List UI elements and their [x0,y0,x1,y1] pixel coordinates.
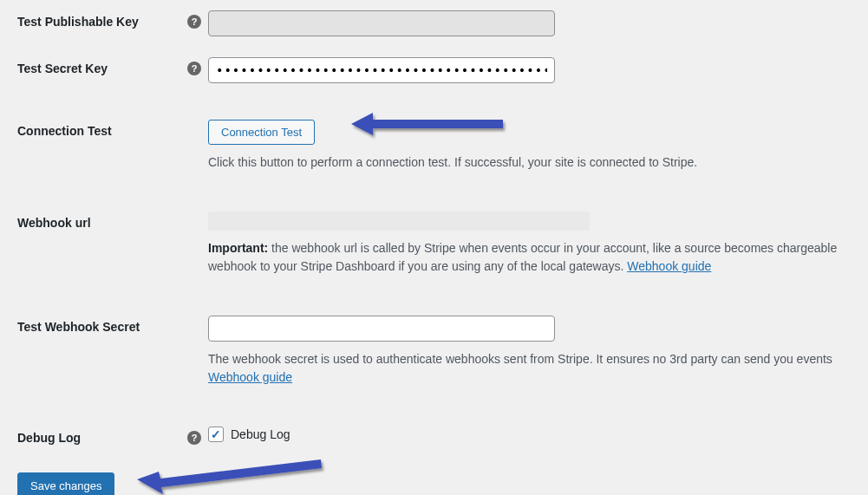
test-secret-key-input[interactable] [208,57,555,83]
save-changes-button[interactable]: Save changes [17,472,114,495]
test-webhook-secret-input[interactable] [208,316,555,342]
webhook-guide-link[interactable]: Webhook guide [627,259,711,273]
debug-log-checkbox-label: Debug Log [231,427,290,441]
test-webhook-secret-description: The webhook secret is used to authentica… [208,350,851,387]
arrow-annotation-icon [347,102,520,146]
debug-log-checkbox[interactable] [208,427,224,442]
webhook-url-value [208,212,590,231]
webhook-url-label: Webhook url [17,216,91,230]
connection-test-description: Click this button to perform a connectio… [208,153,851,172]
important-label: Important: [208,241,268,255]
test-secret-key-label: Test Secret Key [17,62,108,75]
test-webhook-secret-label: Test Webhook Secret [17,320,140,334]
debug-log-label: Debug Log [17,431,81,445]
help-icon[interactable]: ? [187,62,201,75]
help-icon[interactable]: ? [187,15,201,29]
test-publishable-key-input[interactable] [208,10,555,36]
test-publishable-key-label: Test Publishable Key [17,15,139,29]
webhook-guide-link[interactable]: Webhook guide [208,370,292,384]
connection-test-label: Connection Test [17,124,112,138]
arrow-annotation-icon [130,451,338,495]
webhook-url-description: Important: the webhook url is called by … [208,239,851,276]
connection-test-button[interactable]: Connection Test [208,120,315,145]
help-icon[interactable]: ? [187,431,201,445]
